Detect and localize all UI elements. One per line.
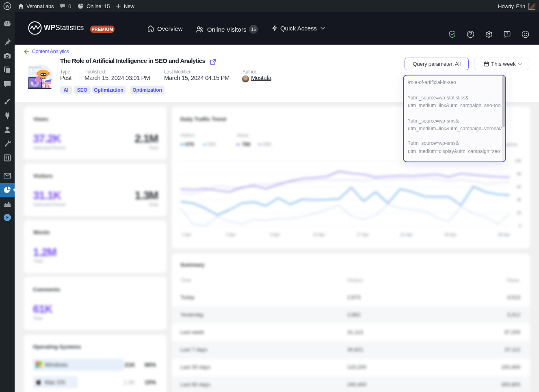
svg-text:10k: 10k [515,159,522,163]
svg-text:6k: 6k [517,185,522,189]
svg-text:21 Apr: 21 Apr [400,232,413,237]
svg-text:5 Apr: 5 Apr [226,232,236,237]
svg-text:2k: 2k [516,211,522,215]
svg-text:9 Apr: 9 Apr [270,232,280,237]
svg-text:17 Apr: 17 Apr [357,232,369,237]
svg-text:8k: 8k [517,172,522,176]
svg-text:1 Apr: 1 Apr [182,232,192,237]
svg-text:0: 0 [519,224,521,228]
svg-text:24 Apr: 24 Apr [444,232,457,237]
svg-text:W: W [5,4,10,9]
svg-text:4k: 4k [517,198,522,202]
svg-text:13 Apr: 13 Apr [313,232,325,237]
svg-text:28 Apr: 28 Apr [498,232,511,237]
